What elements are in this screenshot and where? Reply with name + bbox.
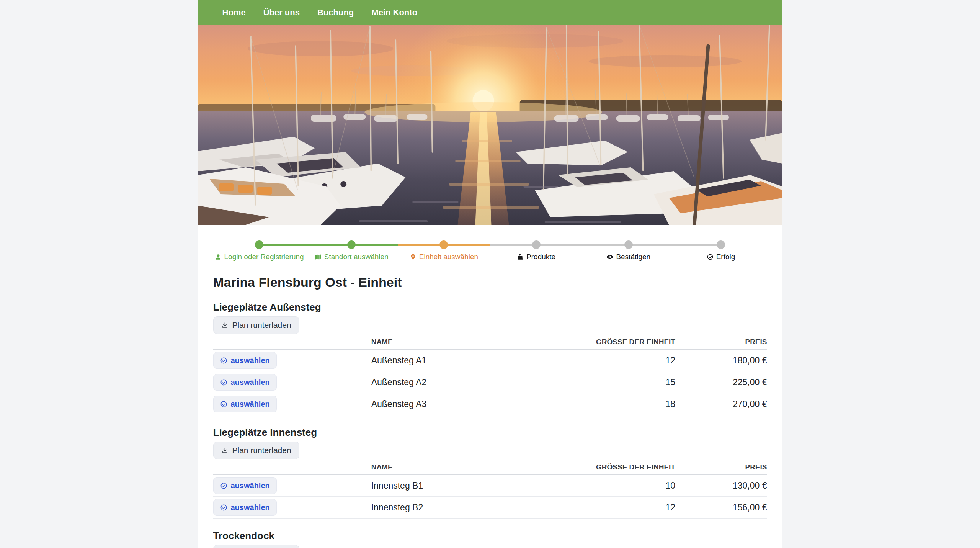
- select-button[interactable]: auswählen: [213, 374, 277, 391]
- hero-image: [198, 25, 782, 225]
- section-title: Liegeplätze Außensteg: [213, 301, 767, 313]
- column-header-size: GRÖSSE DER EINHEIT: [540, 335, 678, 350]
- step-login-oder-registrierung: Login oder Registrierung: [213, 240, 305, 261]
- check-circle-icon: [220, 504, 227, 511]
- unit-name: Innensteg B1: [368, 475, 540, 497]
- table-row: auswählenInnensteg B110130,00 €: [213, 475, 767, 497]
- check-circle-icon: [220, 401, 227, 408]
- column-header-actions: [213, 460, 368, 475]
- navbar: HomeÜber unsBuchungMein Konto: [198, 0, 782, 25]
- unit-price: 156,00 €: [678, 497, 767, 519]
- map-icon: [315, 254, 322, 260]
- check-circle-icon: [220, 379, 227, 386]
- main-content: Marina Flensburg Ost - Einheit Liegeplät…: [198, 275, 782, 548]
- section-liegepl-tze-innensteg: Liegeplätze InnenstegPlan runterladenNAM…: [213, 427, 767, 519]
- unit-price: 180,00 €: [678, 350, 767, 371]
- nav-item-mein-konto[interactable]: Mein Konto: [371, 8, 417, 18]
- column-header-price: PREIS: [678, 335, 767, 350]
- column-header-price: PREIS: [678, 460, 767, 475]
- select-button[interactable]: auswählen: [213, 396, 277, 412]
- nav-item-ber-uns[interactable]: Über uns: [263, 8, 300, 18]
- step-dot: [717, 240, 725, 249]
- unit-size: 15: [540, 371, 678, 393]
- table-header-row: NAMEGRÖSSE DER EINHEITPREIS: [213, 460, 767, 475]
- download-icon: [221, 322, 229, 329]
- step-label: Erfolg: [707, 253, 735, 261]
- nav-item-buchung[interactable]: Buchung: [317, 8, 354, 18]
- table-row: auswählenAußensteg A112180,00 €: [213, 350, 767, 371]
- select-button-label: auswählen: [231, 378, 270, 387]
- download-plan-button[interactable]: Plan runterladen: [213, 545, 299, 548]
- units-table: NAMEGRÖSSE DER EINHEITPREISauswählenAuße…: [213, 335, 767, 415]
- step-label-text: Standort auswählen: [324, 253, 389, 261]
- table-header-row: NAMEGRÖSSE DER EINHEITPREIS: [213, 335, 767, 350]
- step-einheit-ausw-hlen: Einheit auswählen: [398, 240, 490, 261]
- step-best-tigen: Bestätigen: [582, 240, 675, 261]
- stepper: Login oder RegistrierungStandort auswähl…: [198, 225, 782, 261]
- step-label: Einheit auswählen: [410, 253, 478, 261]
- step-label-text: Login oder Registrierung: [224, 253, 304, 261]
- download-plan-label: Plan runterladen: [232, 446, 291, 455]
- step-label-text: Erfolg: [716, 253, 735, 261]
- select-button-label: auswählen: [231, 481, 270, 490]
- column-header-name: NAME: [368, 460, 540, 475]
- user-icon: [215, 254, 222, 260]
- step-label-text: Produkte: [526, 253, 555, 261]
- unit-name: Außensteg A1: [368, 350, 540, 371]
- check-circle-icon: [220, 482, 227, 489]
- unit-size: 12: [540, 497, 678, 519]
- step-dot: [532, 240, 541, 249]
- column-header-name: NAME: [368, 335, 540, 350]
- map-marker-icon: [410, 254, 416, 260]
- unit-price: 270,00 €: [678, 393, 767, 415]
- select-button-label: auswählen: [231, 503, 270, 512]
- check-circle-icon: [707, 254, 714, 260]
- download-plan-label: Plan runterladen: [232, 321, 291, 330]
- marina-sunset-illustration: [198, 25, 782, 225]
- step-standort-ausw-hlen: Standort auswählen: [305, 240, 398, 261]
- section-title: Liegeplätze Innensteg: [213, 427, 767, 438]
- select-button[interactable]: auswählen: [213, 352, 277, 369]
- step-label: Standort auswählen: [315, 253, 389, 261]
- sections-container: Liegeplätze AußenstegPlan runterladenNAM…: [213, 301, 767, 548]
- step-erfolg: Erfolg: [675, 240, 767, 261]
- shopping-bag-icon: [517, 254, 524, 260]
- step-dot: [255, 240, 263, 249]
- step-label: Bestätigen: [606, 253, 650, 261]
- unit-name: Innensteg B2: [368, 497, 540, 519]
- step-label: Produkte: [517, 253, 555, 261]
- page-column: HomeÜber unsBuchungMein Konto: [198, 0, 782, 548]
- unit-size: 18: [540, 393, 678, 415]
- download-plan-button[interactable]: Plan runterladen: [213, 442, 299, 459]
- step-label-text: Einheit auswählen: [419, 253, 478, 261]
- nav-item-home[interactable]: Home: [222, 8, 246, 18]
- eye-icon: [606, 254, 613, 260]
- select-button-label: auswählen: [231, 356, 270, 365]
- table-row: auswählenAußensteg A215225,00 €: [213, 371, 767, 393]
- unit-name: Außensteg A3: [368, 393, 540, 415]
- unit-name: Außensteg A2: [368, 371, 540, 393]
- column-header-actions: [213, 335, 368, 350]
- step-dot: [624, 240, 633, 249]
- table-row: auswählenAußensteg A318270,00 €: [213, 393, 767, 415]
- navbar-menu: HomeÜber unsBuchungMein Konto: [222, 8, 418, 18]
- step-dot: [439, 240, 448, 249]
- download-icon: [221, 447, 229, 454]
- select-button[interactable]: auswählen: [213, 477, 277, 494]
- section-title: Trockendock: [213, 530, 767, 542]
- step-label: Login oder Registrierung: [215, 253, 304, 261]
- units-table: NAMEGRÖSSE DER EINHEITPREISauswählenInne…: [213, 460, 767, 519]
- download-plan-button[interactable]: Plan runterladen: [213, 316, 299, 334]
- select-button-label: auswählen: [231, 400, 270, 409]
- unit-price: 225,00 €: [678, 371, 767, 393]
- step-produkte: Produkte: [490, 240, 582, 261]
- unit-price: 130,00 €: [678, 475, 767, 497]
- table-row: auswählenInnensteg B212156,00 €: [213, 497, 767, 519]
- unit-size: 12: [540, 350, 678, 371]
- check-circle-icon: [220, 357, 227, 364]
- select-button[interactable]: auswählen: [213, 499, 277, 516]
- step-dot: [347, 240, 356, 249]
- section-liegepl-tze-au-ensteg: Liegeplätze AußenstegPlan runterladenNAM…: [213, 301, 767, 415]
- section-trockendock: TrockendockPlan runterladenNAMEGRÖSSE DE…: [213, 530, 767, 548]
- page-title: Marina Flensburg Ost - Einheit: [213, 275, 767, 290]
